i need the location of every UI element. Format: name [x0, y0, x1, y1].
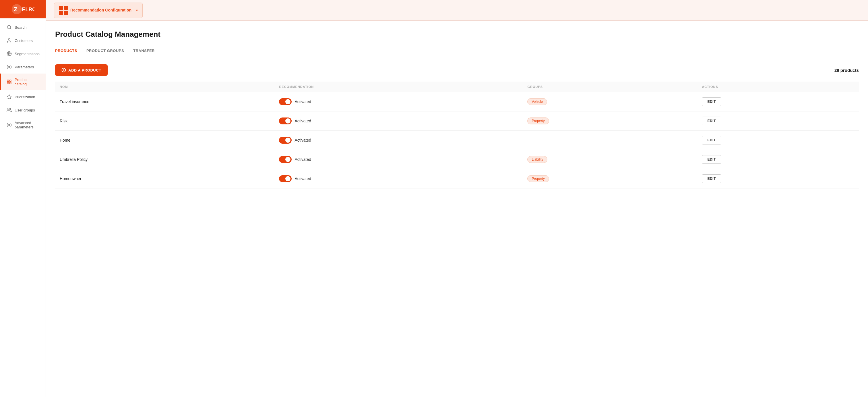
user-groups-icon	[7, 108, 12, 113]
prioritization-icon	[7, 94, 12, 100]
product-count: 28 products	[834, 68, 859, 73]
sidebar-item-customers-label: Customers	[14, 38, 33, 43]
col-header-groups: GROUPS	[523, 82, 697, 92]
chevron-down-icon: ▾	[136, 8, 138, 12]
recommendation-config-icon	[59, 6, 68, 15]
group-badge: Vehicle	[527, 98, 547, 105]
add-product-button[interactable]: ADD A PRODUCT	[55, 64, 107, 76]
sidebar-item-search[interactable]: Search	[0, 21, 45, 34]
sidebar-item-advanced-parameters-label: Advanced parameters	[14, 121, 40, 129]
svg-point-5	[8, 38, 10, 40]
table-row: Umbrella PolicyActivatedLiabilityEDIT	[55, 150, 859, 169]
product-actions: EDIT	[697, 131, 859, 150]
table-header: NOM RECOMMENDATION GROUPS ACTIONS	[55, 82, 859, 92]
svg-point-8	[9, 66, 10, 68]
svg-marker-13	[7, 95, 11, 99]
svg-text:ELROS: ELROS	[22, 7, 34, 12]
sidebar-item-advanced-parameters[interactable]: Advanced parameters	[0, 117, 45, 133]
product-recommendation: Activated	[274, 92, 523, 111]
group-badge: Property	[527, 175, 549, 182]
parameters-icon	[7, 64, 12, 69]
tab-transfer[interactable]: TRANSFER	[133, 46, 155, 56]
main-content: Recommendation Configuration ▾ Product C…	[46, 0, 868, 397]
edit-button[interactable]: EDIT	[702, 155, 721, 164]
brand-logo: Z ELROS	[0, 0, 45, 19]
sidebar-item-segmentations-label: Segmentations	[14, 52, 40, 56]
sidebar-item-prioritization[interactable]: Prioritization	[0, 90, 45, 104]
product-name: Risk	[55, 111, 274, 131]
edit-button[interactable]: EDIT	[702, 117, 721, 125]
svg-rect-9	[7, 80, 9, 81]
table-row: Travel insuranceActivatedVehicleEDIT	[55, 92, 859, 111]
search-icon	[7, 25, 12, 30]
recommendation-status: Activated	[294, 119, 311, 123]
product-name: Umbrella Policy	[55, 150, 274, 169]
group-badge: Liability	[527, 156, 547, 163]
product-group: Property	[523, 169, 697, 189]
advanced-parameters-icon	[7, 122, 12, 127]
sidebar-item-customers[interactable]: Customers	[0, 34, 45, 47]
product-recommendation: Activated	[274, 169, 523, 189]
tab-bar: PRODUCTS PRODUCT GROUPS TRANSFER	[55, 46, 859, 56]
product-name: Homeowner	[55, 169, 274, 189]
product-group: Vehicle	[523, 92, 697, 111]
recommendation-status: Activated	[294, 138, 311, 142]
edit-button[interactable]: EDIT	[702, 174, 721, 183]
page-title: Product Catalog Management	[55, 30, 859, 39]
sidebar-item-user-groups[interactable]: User groups	[0, 104, 45, 117]
svg-rect-12	[7, 82, 9, 84]
table-body: Travel insuranceActivatedVehicleEDITRisk…	[55, 92, 859, 189]
segmentations-icon	[7, 51, 12, 56]
page-content: Product Catalog Management PRODUCTS PROD…	[46, 21, 868, 397]
recommendation-status: Activated	[294, 157, 311, 162]
product-catalog-icon	[7, 79, 12, 84]
product-recommendation: Activated	[274, 150, 523, 169]
product-actions: EDIT	[697, 150, 859, 169]
sidebar-navigation: Search Customers Segmentations	[0, 19, 45, 136]
recommendation-toggle[interactable]	[279, 175, 291, 182]
product-table: NOM RECOMMENDATION GROUPS ACTIONS Travel…	[55, 82, 859, 189]
edit-button[interactable]: EDIT	[702, 97, 721, 106]
product-name: Home	[55, 131, 274, 150]
table-row: RiskActivatedPropertyEDIT	[55, 111, 859, 131]
table-row: HomeActivatedEDIT	[55, 131, 859, 150]
customers-icon	[7, 38, 12, 43]
col-header-recommendation: RECOMMENDATION	[274, 82, 523, 92]
svg-point-15	[9, 124, 10, 126]
product-recommendation: Activated	[274, 131, 523, 150]
recommendation-toggle[interactable]	[279, 137, 291, 144]
toolbar: ADD A PRODUCT 28 products	[55, 64, 859, 76]
edit-button[interactable]: EDIT	[702, 136, 721, 144]
recommendation-toggle[interactable]	[279, 117, 291, 124]
tab-product-groups[interactable]: PRODUCT GROUPS	[86, 46, 124, 56]
group-badge: Property	[527, 117, 549, 124]
col-header-actions: ACTIONS	[697, 82, 859, 92]
sidebar-item-parameters[interactable]: Parameters	[0, 60, 45, 74]
tab-products[interactable]: PRODUCTS	[55, 46, 77, 56]
recommendation-status: Activated	[294, 100, 311, 104]
sidebar-item-product-catalog[interactable]: Product catalog	[0, 74, 45, 90]
plus-icon	[61, 68, 66, 73]
sidebar-item-user-groups-label: User groups	[14, 108, 35, 112]
sidebar: Z ELROS Search Customers	[0, 0, 46, 397]
col-header-nom: NOM	[55, 82, 274, 92]
product-group: Property	[523, 111, 697, 131]
breadcrumb-recommendation-config[interactable]: Recommendation Configuration ▾	[54, 3, 143, 18]
svg-point-14	[8, 108, 9, 110]
product-actions: EDIT	[697, 169, 859, 189]
product-group: Liability	[523, 150, 697, 169]
product-actions: EDIT	[697, 92, 859, 111]
table-row: HomeownerActivatedPropertyEDIT	[55, 169, 859, 189]
recommendation-toggle[interactable]	[279, 156, 291, 163]
sidebar-item-parameters-label: Parameters	[14, 65, 34, 69]
product-group	[523, 131, 697, 150]
product-name: Travel insurance	[55, 92, 274, 111]
recommendation-toggle[interactable]	[279, 98, 291, 105]
sidebar-item-segmentations[interactable]: Segmentations	[0, 47, 45, 60]
svg-text:Z: Z	[14, 6, 18, 12]
recommendation-status: Activated	[294, 176, 311, 181]
topbar: Recommendation Configuration ▾	[46, 0, 868, 21]
add-product-label: ADD A PRODUCT	[68, 68, 101, 73]
breadcrumb-label: Recommendation Configuration	[70, 7, 131, 12]
svg-rect-11	[10, 82, 11, 84]
